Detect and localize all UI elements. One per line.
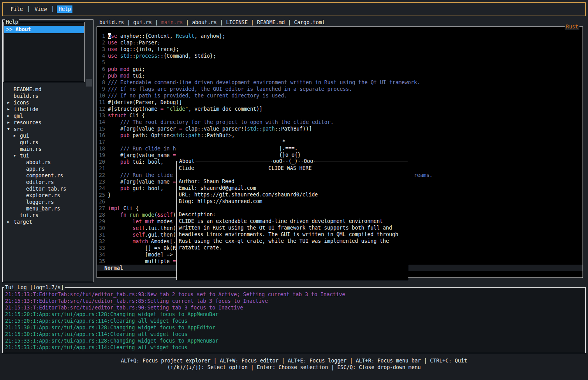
tab-Cargo.toml[interactable]: Cargo.toml <box>294 19 325 25</box>
code-line[interactable]: 16 pub path: Option<std::path::PathBuf>, <box>97 132 583 139</box>
explorer-item-target[interactable]: ▶target <box>3 219 92 225</box>
about-ascii-art-feet: -ooO--(_)--Ooo- <box>270 158 316 164</box>
explorer-item-label: component.rs <box>26 172 63 179</box>
line-number: 35 <box>97 258 105 265</box>
code-text: #[structopt(name = "clide", verbatim_doc… <box>108 106 262 112</box>
explorer-item-libclide[interactable]: ▶libclide <box>3 106 92 113</box>
tab-LICENSE[interactable]: LICENSE <box>226 19 248 25</box>
code-text: struct Cli { <box>108 112 145 119</box>
explorer-item-explorer.rs[interactable]: explorer.rs <box>3 192 92 199</box>
explorer-item-README.md[interactable]: README.md <box>3 86 92 93</box>
code-text: pub gui: bool, <box>108 185 164 192</box>
log-entry: 21:15:13:T:EditorTab:src/tui/editor_tab.… <box>5 291 584 298</box>
code-text: /// Extendable command-line driven devel… <box>108 79 420 86</box>
explorer-item-label: tui <box>20 152 29 159</box>
code-line[interactable]: 4use std::process::{Command, Stdio}; <box>97 53 583 59</box>
chevron-right-icon: ▶ <box>7 219 14 225</box>
line-number: 2 <box>97 39 105 46</box>
explorer-item-icons[interactable]: ▶icons <box>3 99 92 106</box>
line-number: 29 <box>97 218 105 225</box>
line-number: 17 <box>97 139 105 145</box>
menu-item-view[interactable]: View <box>33 5 49 13</box>
menu-item-help[interactable]: Help <box>57 5 72 13</box>
explorer-item-editor.rs[interactable]: editor.rs <box>3 179 92 186</box>
explorer-item-menu_bar.rs[interactable]: menu_bar.rs <box>3 205 92 212</box>
explorer-item-gui.rs[interactable]: gui.rs <box>3 139 92 146</box>
code-text: } <box>108 192 111 198</box>
explorer-item-component.rs[interactable]: component.rs <box>3 172 92 179</box>
code-line[interactable]: 1use anyhow::{Context, Result, anyhow}; <box>97 33 583 39</box>
code-line[interactable]: 2use clap::Parser; <box>97 39 583 46</box>
explorer-item-editor_tab.rs[interactable]: editor_tab.rs <box>3 186 92 192</box>
code-line[interactable]: 6pub mod gui; <box>97 66 583 72</box>
explorer-item-qml[interactable]: ▶qml <box>3 113 92 119</box>
about-text-line <box>179 171 406 178</box>
explorer-item-tui.rs[interactable]: tui.rs <box>3 212 92 219</box>
code-line[interactable]: 10/// If no path is provided, the curren… <box>97 92 583 99</box>
line-number: 19 <box>97 152 105 159</box>
code-line[interactable]: 7pub mod tui; <box>97 72 583 79</box>
code-line[interactable]: 12#[structopt(name = "clide", verbatim_d… <box>97 106 583 112</box>
tab-README.md[interactable]: README.md <box>257 19 285 25</box>
about-dialog-title: About <box>178 158 195 164</box>
about-text-line: Email: shaunrd0@gmail.com <box>179 185 406 191</box>
code-line[interactable]: 8/// Extendable command-line driven deve… <box>97 79 583 86</box>
dropdown-item-about[interactable]: >> About <box>4 26 84 33</box>
line-number: 28 <box>97 212 105 218</box>
code-text: /// The root directory for the project t… <box>108 119 334 125</box>
help-dropdown: Help >> About <box>3 22 85 82</box>
tab-main.rs[interactable]: main.rs <box>161 19 183 25</box>
explorer-item-main.rs[interactable]: main.rs <box>3 146 92 152</box>
code-text: #[arg(value_name = <box>108 152 176 159</box>
code-text: use std::process::{Command, Stdio}; <box>108 53 216 59</box>
help-dropdown-list: >> About <box>4 26 85 33</box>
menu-item-file[interactable]: File <box>9 5 25 13</box>
code-text: multiple = <box>108 258 176 265</box>
explorer-item-gui[interactable]: ▶gui <box>3 133 92 139</box>
editor-tab-bar: build.rs | gui.rs | main.rs | about.rs |… <box>99 19 325 26</box>
line-number: 10 <box>97 92 105 99</box>
tab-build.rs[interactable]: build.rs <box>99 19 124 25</box>
code-text: [mode] => <box>108 251 173 258</box>
log-entry: 21:15:20:I:App:src/tui/app.rs:128:Changi… <box>5 311 584 318</box>
help-dropdown-title: Help <box>5 19 19 25</box>
about-dialog: * |.===. {}o o{} About -ooO--(_)--Ooo- C… <box>176 138 408 280</box>
code-line[interactable]: 3use log::{info, trace}; <box>97 46 583 53</box>
about-text-line <box>179 205 406 211</box>
tab-gui.rs[interactable]: gui.rs <box>133 19 152 25</box>
explorer-item-app.rs[interactable]: app.rs <box>3 166 92 172</box>
code-line[interactable]: 13struct Cli { <box>97 112 583 119</box>
explorer-item-build.rs[interactable]: build.rs <box>3 93 92 99</box>
explorer-item-logger.rs[interactable]: logger.rs <box>3 199 92 205</box>
code-line[interactable]: 11#[derive(Parser, Debug)] <box>97 99 583 106</box>
line-number: 3 <box>97 46 105 53</box>
line-number: 6 <box>97 66 105 72</box>
explorer-item-label: README.md <box>14 86 41 93</box>
explorer-item-resources[interactable]: ▶resources <box>3 119 92 126</box>
explorer-scrollbar-thumb[interactable] <box>86 79 92 87</box>
code-text: [] => Ok(R <box>108 245 176 251</box>
line-number: 18 <box>97 145 105 152</box>
code-text: #[arg(value_parser = clap::value_parser!… <box>108 125 312 132</box>
explorer-item-label: qml <box>14 113 23 119</box>
code-text: impl Cli { <box>108 205 139 212</box>
explorer-item-label: menu_bar.rs <box>26 205 60 212</box>
explorer-item-label: explorer.rs <box>26 192 60 199</box>
code-line[interactable]: 15 #[arg(value_parser = clap::value_pars… <box>97 125 583 132</box>
line-number: 26 <box>97 198 105 205</box>
code-line[interactable]: 14 /// The root directory for the projec… <box>97 119 583 125</box>
explorer-item-src[interactable]: ▼src <box>3 126 92 133</box>
explorer-item-tui[interactable]: ▼tui <box>3 152 92 159</box>
log-entry: 21:15:33:I:App:src/tui/app.rs:128:Changi… <box>5 338 584 344</box>
code-line[interactable]: 9/// If no flags are provided, the GUI e… <box>97 86 583 92</box>
log-entry: 21:15:33:I:App:src/tui/app.rs:114:Cleari… <box>5 344 584 351</box>
log-panel-title: Tui Log [log=1.7/s] <box>4 284 65 291</box>
about-text-line: ratatui crate. <box>179 244 406 251</box>
explorer-item-label: editor.rs <box>26 179 54 186</box>
tab-about.rs[interactable]: about.rs <box>192 19 217 25</box>
line-number: 30 <box>97 225 105 232</box>
explorer-item-about.rs[interactable]: about.rs <box>3 159 92 166</box>
menu-separator: │ <box>51 6 54 12</box>
code-line[interactable]: 5 <box>97 59 583 66</box>
log-lines: 21:15:13:T:EditorTab:src/tui/editor_tab.… <box>5 291 584 351</box>
